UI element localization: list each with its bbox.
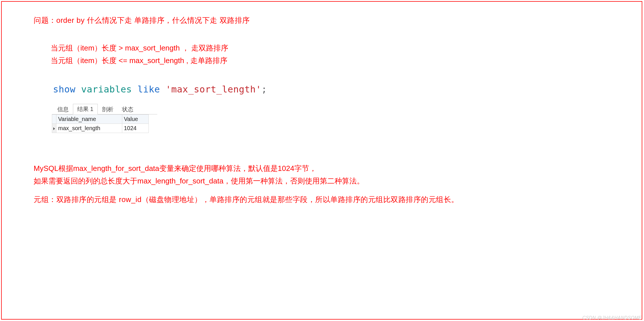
result-tab-strip: 信息 结果 1 剖析 状态	[52, 104, 157, 114]
question-heading: 问题：order by 什么情况下走 单路排序，什么情况下走 双路排序	[34, 15, 250, 25]
cell-variable-name: max_sort_length	[56, 124, 122, 133]
row-handle-header	[52, 115, 56, 124]
tuple-note: 元组：双路排序的元组是 row_id（磁盘物理地址），单路排序的元组就是那些字段…	[34, 195, 459, 205]
result-table: Variable_name Value max_sort_length 1024	[52, 114, 149, 133]
sql-keyword-show: show	[53, 84, 76, 95]
explain-line-2: 如果需要返回的列的总长度大于max_length_for_sort_data，使…	[34, 175, 364, 187]
watermark-text: CSDN @JH&&HANDSOME	[582, 315, 642, 320]
query-result-panel: 信息 结果 1 剖析 状态 Variable_name Value max_so…	[52, 104, 157, 133]
col-header-variable-name[interactable]: Variable_name	[56, 115, 122, 124]
sql-semicolon: ;	[261, 84, 267, 95]
tab-status[interactable]: 状态	[118, 104, 138, 114]
tab-result-1[interactable]: 结果 1	[73, 104, 98, 114]
sql-keyword-like: like	[137, 84, 160, 95]
tab-info[interactable]: 信息	[53, 104, 73, 114]
tab-analyze[interactable]: 剖析	[98, 104, 118, 114]
sql-statement: show variables like 'max_sort_length';	[53, 84, 267, 95]
sql-string-literal: 'max_sort_length'	[166, 84, 261, 95]
sql-keyword-variables: variables	[81, 84, 132, 95]
triangle-right-icon	[53, 127, 55, 130]
explanation-block: MySQL根据max_length_for_sort_data变量来确定使用哪种…	[34, 162, 364, 187]
explain-line-1: MySQL根据max_length_for_sort_data变量来确定使用哪种…	[34, 162, 364, 175]
col-header-value[interactable]: Value	[122, 115, 148, 124]
rule-line-2: 当元组（item）长度 <= max_sort_length , 走单路排序	[51, 54, 228, 67]
table-header-row: Variable_name Value	[52, 115, 149, 124]
cell-value: 1024	[122, 124, 148, 133]
table-row[interactable]: max_sort_length 1024	[52, 124, 149, 133]
content-border-box: 问题：order by 什么情况下走 单路排序，什么情况下走 双路排序 当元组（…	[1, 1, 642, 320]
rule-line-1: 当元组（item）长度 > max_sort_length ， 走双路排序	[51, 42, 228, 54]
rules-block: 当元组（item）长度 > max_sort_length ， 走双路排序 当元…	[51, 42, 228, 67]
row-pointer-icon	[52, 124, 56, 133]
